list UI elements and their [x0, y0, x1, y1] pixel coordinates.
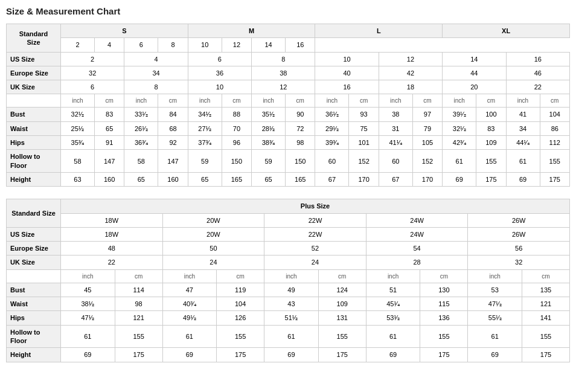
- t2-r0-v2-cm: 124: [318, 283, 366, 297]
- inch-label-7: inch: [506, 94, 540, 108]
- t2-r2-v0-inch: 47¹⁄₂: [61, 311, 115, 325]
- us-s1: 2: [61, 38, 95, 52]
- t1-r2-v3-cm: 98: [286, 136, 315, 150]
- t2-r3-v4-inch: 61: [468, 325, 522, 348]
- t1-r1-v1-inch: 26¹⁄₂: [124, 121, 158, 135]
- uk-size-label-2: UK Size: [7, 255, 61, 269]
- t1-r1-v6-cm: 83: [476, 121, 506, 135]
- t1-r2-v6-inch: 42³⁄₄: [443, 136, 476, 150]
- t2-r4-v4-inch: 69: [468, 348, 522, 362]
- cm-label-6: cm: [476, 94, 506, 108]
- t1-r0-v6-cm: 100: [476, 108, 506, 121]
- t1-r1-v7-inch: 34: [506, 121, 540, 135]
- us-22w: 22W: [264, 227, 366, 241]
- t1-r1-v4-inch: 29¹⁄₂: [315, 121, 349, 135]
- l-header: L: [315, 24, 443, 38]
- row-label-4: Height: [7, 172, 61, 186]
- t1-r1-v5-inch: 31: [379, 121, 412, 135]
- t2-r1-v0-cm: 98: [115, 297, 162, 311]
- standard-size-header-2: Standard Size: [7, 199, 61, 228]
- us-16: 16: [506, 52, 569, 66]
- eu-32: 32: [61, 66, 124, 80]
- row-label-0: Bust: [7, 108, 61, 121]
- t2-row-label-0: Bust: [7, 283, 61, 297]
- t2-r1-v4-inch: 47¹⁄₂: [468, 297, 522, 311]
- t2-r4-v3-cm: 175: [420, 348, 468, 362]
- t1-r4-v6-cm: 175: [476, 172, 506, 186]
- us-20w: 20W: [162, 227, 264, 241]
- eu-42: 42: [379, 66, 442, 80]
- t2-r1-v3-cm: 115: [420, 297, 468, 311]
- uk-24b: 24: [162, 255, 264, 269]
- inch-label-6: inch: [443, 94, 476, 108]
- t2-r2-v0-cm: 121: [115, 311, 162, 325]
- inch-label-1: inch: [124, 94, 158, 108]
- eu-50: 50: [162, 242, 264, 255]
- t1-r3-v7-inch: 61: [506, 150, 540, 173]
- inch-label-2: inch: [188, 94, 222, 108]
- us-24w: 24W: [366, 227, 468, 241]
- us-l2: 12: [222, 38, 251, 52]
- plus-26w: 26W: [468, 213, 570, 227]
- row-label-2: Hips: [7, 136, 61, 150]
- t2-r4-v4-cm: 175: [522, 348, 569, 362]
- us-26w: 26W: [468, 227, 570, 241]
- inch-label-0: inch: [61, 94, 95, 108]
- t1-r0-v3-cm: 90: [286, 108, 315, 121]
- cm-label-0: cm: [94, 94, 124, 108]
- us-m1: 6: [124, 38, 158, 52]
- t2-r3-v3-inch: 61: [366, 325, 420, 348]
- us-2: 2: [61, 52, 124, 66]
- plus-22w: 22W: [264, 213, 366, 227]
- us-4: 4: [124, 52, 188, 66]
- t1-r1-v2-inch: 27¹⁄₂: [188, 121, 222, 135]
- t1-r3-v4-cm: 152: [349, 150, 379, 173]
- inch-label-5: inch: [379, 94, 412, 108]
- t2-r0-v1-inch: 47: [162, 283, 217, 297]
- size-chart-table-1: StandardSize S M L XL 2 4 6 8 10 12 14 1…: [6, 24, 570, 187]
- uk-size-label: UK Size: [7, 80, 61, 94]
- plus-size-header: Plus Size: [61, 199, 570, 213]
- t1-r0-v0-inch: 32¹⁄₂: [61, 108, 95, 121]
- t1-r0-v5-inch: 38: [379, 108, 412, 121]
- t2-row-label-4: Height: [7, 348, 61, 362]
- uk-28b: 28: [366, 255, 468, 269]
- t2-r2-v4-cm: 141: [522, 311, 569, 325]
- eu-40: 40: [315, 66, 379, 80]
- t1-r3-v2-inch: 59: [188, 150, 222, 173]
- t2-r0-v4-inch: 53: [468, 283, 522, 297]
- eu-44: 44: [443, 66, 506, 80]
- t1-r4-v7-inch: 69: [506, 172, 540, 186]
- t2-r3-v1-cm: 155: [217, 325, 264, 348]
- t1-r2-v2-inch: 37³⁄₄: [188, 136, 222, 150]
- t2-r3-v0-cm: 155: [115, 325, 162, 348]
- inch-label2-0: inch: [61, 269, 115, 283]
- t1-r4-v6-inch: 69: [443, 172, 476, 186]
- t1-r4-v1-cm: 160: [158, 172, 188, 186]
- us-18w: 18W: [61, 227, 163, 241]
- t1-r1-v5-cm: 79: [412, 121, 442, 135]
- t1-r4-v4-cm: 170: [349, 172, 379, 186]
- us-14: 14: [443, 52, 506, 66]
- t1-r3-v0-inch: 58: [61, 150, 95, 173]
- t2-r4-v1-cm: 175: [217, 348, 264, 362]
- t1-r1-v3-inch: 28¹⁄₂: [252, 121, 286, 135]
- t1-r2-v4-cm: 101: [349, 136, 379, 150]
- t2-r0-v2-inch: 49: [264, 283, 319, 297]
- t2-r4-v1-inch: 69: [162, 348, 217, 362]
- t2-r1-v1-cm: 104: [217, 297, 264, 311]
- t1-r1-v2-cm: 70: [222, 121, 251, 135]
- t1-r0-v4-cm: 93: [349, 108, 379, 121]
- eu-54: 54: [366, 242, 468, 255]
- page-title: Size & Measurement Chart: [6, 6, 570, 16]
- cm-label-4: cm: [349, 94, 379, 108]
- plus-20w: 20W: [162, 213, 264, 227]
- cm-label2-1: cm: [217, 269, 264, 283]
- t2-r3-v1-inch: 61: [162, 325, 217, 348]
- t1-r1-v4-cm: 75: [349, 121, 379, 135]
- t2-r0-v3-cm: 130: [420, 283, 468, 297]
- uk-12: 12: [252, 80, 315, 94]
- t1-r0-v1-cm: 84: [158, 108, 188, 121]
- xl-header: XL: [443, 24, 570, 38]
- t1-r2-v1-inch: 36³⁄₄: [124, 136, 158, 150]
